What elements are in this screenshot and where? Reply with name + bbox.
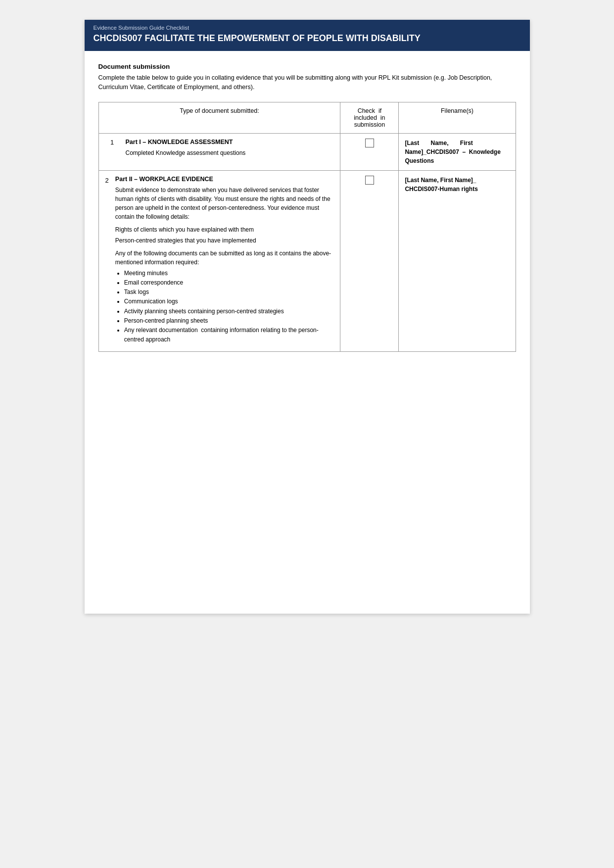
section-description: Complete the table below to guide you in… [98, 73, 516, 92]
list-item: Person-centred planning sheets [124, 316, 334, 326]
row2-filename-cell: [Last Name, First Name]_ CHCDIS007-Human… [399, 170, 516, 352]
list-item: Communication logs [124, 297, 334, 306]
row1-filename: [Last Name, FirstName]_CHCDIS007 – Knowl… [405, 140, 500, 164]
row2-detail2: Person-centred strategies that you have … [115, 236, 334, 245]
table-header-row: Type of document submitted: Check ifincl… [98, 102, 516, 133]
content-area: Document submission Complete the table b… [85, 51, 530, 364]
header-bar: Evidence Submission Guide Checklist CHCD… [85, 20, 530, 51]
row1-type-cell: 1 Part I – KNOWLEDGE ASSESSMENT Complete… [98, 133, 340, 170]
row2-any-docs-intro: Any of the following documents can be su… [115, 249, 334, 267]
row2-checkbox[interactable] [365, 176, 374, 185]
row1-part-desc: Completed Knowledge assessment questions [126, 148, 246, 157]
col-filename-header: Filename(s) [399, 102, 516, 133]
list-item: Task logs [124, 288, 334, 297]
page: Evidence Submission Guide Checklist CHCD… [85, 20, 530, 614]
row1-number: 1 [105, 139, 120, 159]
table-row: 2 Part II – WORKPLACE EVIDENCE Submit ev… [98, 170, 516, 352]
col-type-header: Type of document submitted: [98, 102, 340, 133]
evidence-table: Type of document submitted: Check ifincl… [98, 102, 516, 352]
row2-filename: [Last Name, First Name]_ CHCDIS007-Human… [405, 177, 477, 193]
header-subtitle: Evidence Submission Guide Checklist [94, 25, 521, 31]
row2-checkbox-cell[interactable] [340, 170, 399, 352]
row2-part-heading: Part II – WORKPLACE EVIDENCE [115, 176, 334, 183]
section-title: Document submission [98, 63, 516, 70]
list-item: Any relevant documentation containing in… [124, 326, 334, 344]
row2-bullet-list: Meeting minutes Email correspondence Tas… [124, 269, 334, 345]
row2-part-desc-main: Submit evidence to demonstrate when you … [115, 186, 334, 221]
table-row: 1 Part I – KNOWLEDGE ASSESSMENT Complete… [98, 133, 516, 170]
list-item: Email correspondence [124, 278, 334, 288]
list-item: Meeting minutes [124, 269, 334, 278]
row2-type-cell: 2 Part II – WORKPLACE EVIDENCE Submit ev… [98, 170, 340, 352]
row1-checkbox[interactable] [365, 139, 374, 147]
header-title: CHCDIS007 FACILITATE THE EMPOWERMENT OF … [94, 33, 521, 44]
row1-filename-cell: [Last Name, FirstName]_CHCDIS007 – Knowl… [399, 133, 516, 170]
row1-content: Part I – KNOWLEDGE ASSESSMENT Completed … [126, 139, 246, 159]
col-check-header: Check ifincluded insubmission [340, 102, 399, 133]
row2-content: Part II – WORKPLACE EVIDENCE Submit evid… [115, 176, 334, 347]
row2-detail1: Rights of clients which you have explain… [115, 225, 334, 234]
list-item: Activity planning sheets containing pers… [124, 307, 334, 316]
row1-checkbox-cell[interactable] [340, 133, 399, 170]
row1-part-heading: Part I – KNOWLEDGE ASSESSMENT [126, 139, 246, 145]
row2-number: 2 [105, 176, 109, 347]
